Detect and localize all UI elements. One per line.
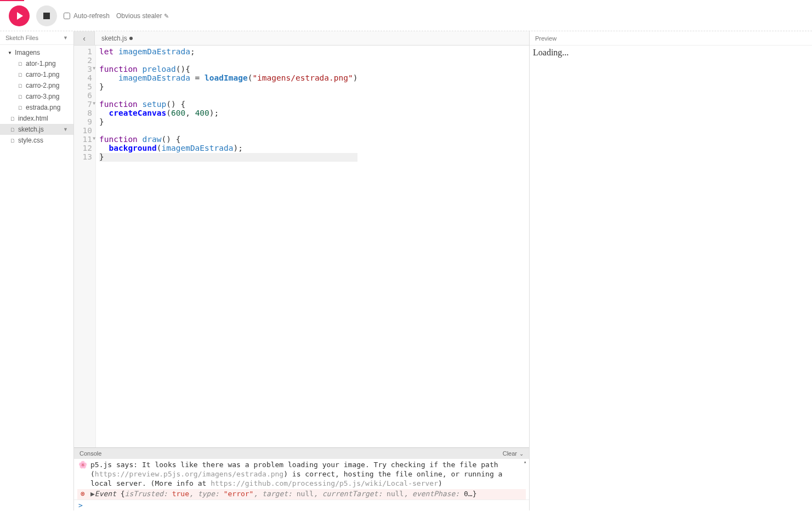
- auto-refresh-toggle[interactable]: Auto-refresh: [64, 12, 110, 20]
- sketch-name-text: Obvious stealer: [116, 12, 162, 20]
- chevron-down-icon: ⌄: [519, 451, 524, 457]
- file-icon: 🗋: [18, 83, 23, 89]
- tab-bar: ‹ sketch.js: [74, 31, 529, 46]
- play-icon: [17, 12, 23, 20]
- chevron-down-icon[interactable]: ▼: [63, 127, 68, 132]
- unsaved-dot-icon: [129, 37, 133, 40]
- scroll-up-icon[interactable]: ▴: [524, 459, 529, 464]
- file-label: carro-2.png: [26, 82, 59, 89]
- console-title: Console: [80, 450, 101, 457]
- file-tree: ▼Imagens🗋ator-1.png🗋carro-1.png🗋carro-2.…: [0, 45, 73, 148]
- file-icon: 🗋: [18, 72, 23, 78]
- sidebar-header[interactable]: Sketch Files ▼: [0, 31, 73, 45]
- console-body[interactable]: ▴ 🌸 p5.js says: It looks like there was …: [74, 459, 529, 499]
- console-clear-button[interactable]: Clear ⌄: [503, 450, 524, 457]
- code-line[interactable]: background(imagemDaEstrada);: [99, 144, 357, 153]
- code-line[interactable]: createCanvas(600, 400);: [99, 109, 357, 118]
- auto-refresh-label: Auto-refresh: [73, 12, 110, 20]
- fold-caret-icon[interactable]: ▼: [93, 66, 95, 71]
- file-label: index.html: [18, 115, 48, 122]
- code-line[interactable]: imagemDaEstrada = loadImage("imagens/est…: [99, 74, 357, 83]
- file-item[interactable]: 🗋sketch.js▼: [0, 124, 73, 135]
- file-item[interactable]: 🗋estrada.png: [0, 102, 73, 113]
- file-item[interactable]: 🗋carro-1.png: [0, 69, 73, 80]
- expand-caret-icon[interactable]: ▶: [90, 490, 95, 498]
- console-error-text[interactable]: ▶Event {isTrusted: true, type: "error", …: [90, 490, 476, 499]
- console-prompt: >: [78, 501, 83, 509]
- play-button[interactable]: [9, 5, 30, 26]
- console-clear-label: Clear: [503, 450, 517, 457]
- file-item[interactable]: 🗋index.html: [0, 113, 73, 124]
- file-label: estrada.png: [26, 104, 60, 111]
- file-label: carro-3.png: [26, 93, 59, 100]
- stop-icon: [43, 13, 50, 19]
- file-item[interactable]: 🗋style.css: [0, 135, 73, 146]
- file-icon: 🗋: [10, 127, 15, 133]
- preview-title: Preview: [535, 35, 557, 42]
- gutter: 123▼4567▼891011▼1213: [74, 46, 96, 447]
- tab-active[interactable]: sketch.js: [95, 35, 139, 42]
- file-label: sketch.js: [18, 126, 44, 133]
- code-line[interactable]: [99, 56, 357, 65]
- fold-caret-icon[interactable]: ▼: [93, 137, 95, 141]
- auto-refresh-checkbox[interactable]: [64, 13, 70, 19]
- caret-down-icon: ▼: [8, 50, 12, 55]
- stop-button[interactable]: [36, 5, 57, 26]
- toolbar: Auto-refresh Obvious stealer ✎: [0, 1, 812, 31]
- console-warning-text: p5.js says: It looks like there was a pr…: [90, 461, 525, 489]
- main: Sketch Files ▼ ▼Imagens🗋ator-1.png🗋carro…: [0, 31, 812, 510]
- preview-panel: Preview Loading...: [530, 31, 812, 510]
- folder-imagens[interactable]: ▼Imagens: [0, 47, 73, 58]
- file-item[interactable]: 🗋carro-3.png: [0, 91, 73, 102]
- file-icon: 🗋: [18, 94, 23, 100]
- file-item[interactable]: 🗋carro-2.png: [0, 80, 73, 91]
- console-warning: 🌸 p5.js says: It looks like there was a …: [77, 460, 526, 489]
- collapse-sidebar-button[interactable]: ‹: [74, 31, 95, 45]
- sidebar-title: Sketch Files: [5, 35, 38, 41]
- code-line[interactable]: [99, 127, 357, 135]
- file-label: carro-1.png: [26, 71, 59, 78]
- code-area[interactable]: 123▼4567▼891011▼1213 let imagemDaEstrada…: [74, 46, 529, 447]
- file-icon: 🗋: [18, 61, 23, 67]
- console: Console Clear ⌄ ▴ 🌸 p5.js says: It looks…: [74, 447, 529, 510]
- code-line[interactable]: function preload(){: [99, 65, 357, 74]
- file-label: ator-1.png: [26, 60, 56, 67]
- file-icon: 🗋: [10, 116, 15, 122]
- console-header: Console Clear ⌄: [74, 448, 529, 459]
- console-input[interactable]: >: [74, 499, 529, 510]
- preview-header: Preview: [530, 31, 812, 46]
- pencil-icon: ✎: [164, 13, 169, 20]
- code-line[interactable]: }: [99, 153, 357, 162]
- preview-loading: Loading...: [533, 48, 569, 57]
- code-line[interactable]: }: [99, 83, 357, 92]
- file-icon: 🗋: [18, 105, 23, 111]
- tab-label: sketch.js: [101, 35, 127, 42]
- editor: ‹ sketch.js 123▼4567▼891011▼1213 let ima…: [74, 31, 530, 510]
- sidebar: Sketch Files ▼ ▼Imagens🗋ator-1.png🗋carro…: [0, 31, 74, 510]
- sketch-name[interactable]: Obvious stealer ✎: [116, 12, 169, 20]
- file-label: style.css: [18, 137, 43, 144]
- file-icon: 🗋: [10, 138, 15, 144]
- preview-body: Loading...: [530, 46, 812, 60]
- chevron-down-icon: ▼: [63, 35, 68, 41]
- flower-icon: 🌸: [78, 461, 87, 489]
- code-line[interactable]: }: [99, 118, 357, 127]
- folder-label: Imagens: [15, 49, 40, 56]
- code-line[interactable]: function setup() {: [99, 100, 357, 109]
- file-item[interactable]: 🗋ator-1.png: [0, 58, 73, 69]
- code-line[interactable]: let imagemDaEstrada;: [99, 48, 357, 56]
- code-line[interactable]: [99, 92, 357, 100]
- code[interactable]: let imagemDaEstrada;function preload(){ …: [96, 46, 357, 447]
- console-error: ⊗ ▶Event {isTrusted: true, type: "error"…: [77, 489, 526, 499]
- error-icon: ⊗: [78, 490, 87, 499]
- code-line[interactable]: function draw() {: [99, 135, 357, 144]
- fold-caret-icon[interactable]: ▼: [93, 101, 95, 106]
